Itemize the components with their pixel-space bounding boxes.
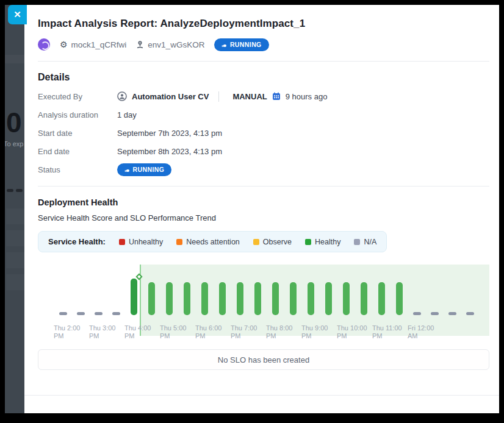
health-bar [254,282,261,315]
user-icon [117,91,127,101]
legend-swatch-icon [354,239,360,245]
environment-icon [136,41,144,49]
background-big-number: 0 [6,106,22,139]
status-badge: RUNNING [214,38,268,51]
legend-item: N/A [354,238,376,246]
background-band [5,55,24,63]
deployment-health-heading: Deployment Health [38,197,489,207]
detail-row-status: Status RUNNING [38,160,489,179]
x-axis-label: Fri 12:00AM [408,324,450,340]
legend-item: Needs attention [176,238,240,246]
health-bar [290,282,297,315]
legend-swatch-icon [253,239,259,245]
trigger-type: MANUAL [232,92,267,101]
mock-service-item: ⚙ mock1_qCRfwi [60,40,126,49]
no-data-dash [466,312,474,315]
background-row [6,230,24,246]
health-bar [184,282,190,315]
screenshot-frame: 0 To exp ✕ Impact Analysis Report: Analy… [0,0,504,423]
impact-analysis-drawer: Impact Analysis Report: AnalyzeDeploymen… [24,5,499,413]
gear-icon: ⚙ [60,40,68,49]
environment-item: env1_wGsKOR [136,40,204,49]
legend-item: Healthy [305,238,340,246]
running-icon [124,166,129,173]
health-bar [378,282,385,315]
background-dash [7,189,13,192]
report-meta-row: ⚙ mock1_qCRfwi env1_wGsKOR RUNNING [38,38,489,51]
details-heading: Details [38,72,489,83]
health-bar [343,282,350,315]
service-health-legend: Service Health: UnhealthyNeeds attention… [38,231,387,252]
mock-service-label: mock1_qCRfwi [71,40,127,49]
chart-subtitle: Service Health Score and SLO Performance… [38,213,489,222]
app-scene: 0 To exp ✕ Impact Analysis Report: Analy… [5,5,499,413]
background-page: 0 To exp [5,5,24,413]
executed-by-user: Automation User CV [132,92,209,101]
divider [218,91,219,102]
calendar-icon [272,92,281,101]
close-icon: ✕ [13,9,21,20]
health-bar [396,282,403,315]
background-partial-text: To exp [5,140,23,148]
divider [38,61,489,62]
health-bar [166,282,173,315]
running-icon [221,41,226,48]
health-bar [361,282,367,315]
no-data-dash [112,312,120,315]
health-bar [237,282,243,315]
legend-label: Needs attention [186,238,240,246]
duration-value: 1 day [117,110,137,119]
legend-label: Healthy [315,238,340,246]
background-row [6,274,24,290]
background-row [6,208,24,224]
legend-label: Unhealthy [129,238,163,246]
legend-item: Unhealthy [119,238,163,246]
background-dash [16,189,23,192]
detail-row-start-date: Start date September 7th 2023, 4:13 pm [38,124,489,142]
app-avatar-icon [38,38,50,51]
health-bar [219,282,226,315]
no-data-dash [59,312,67,315]
slo-empty-state: No SLO has been created [38,349,489,370]
no-data-dash [95,312,103,315]
legend-item: Observe [253,238,292,246]
divider [38,186,489,187]
detail-row-duration: Analysis duration 1 day [38,105,489,124]
executed-time: 9 hours ago [286,92,328,101]
no-data-dash [431,312,439,315]
legend-swatch-icon [176,239,182,245]
legend-swatch-icon [119,239,125,245]
no-data-dash [413,312,421,315]
start-date-value: September 7th 2023, 4:13 pm [117,129,222,138]
detail-row-executed-by: Executed By Automation User CV MANUAL [38,87,489,105]
health-bar [131,279,137,315]
page-title: Impact Analysis Report: AnalyzeDeploymen… [38,5,489,30]
health-bar [148,282,155,315]
environment-label: env1_wGsKOR [148,40,204,49]
background-row [6,252,24,268]
health-bar [201,282,208,315]
health-bar [325,282,332,315]
legend-label: N/A [364,238,376,246]
legend-swatch-icon [305,239,311,245]
details-table: Executed By Automation User CV MANUAL [38,87,489,179]
no-data-dash [77,312,85,315]
legend-label: Observe [263,238,292,246]
health-bar [272,282,279,315]
status-badge: RUNNING [117,163,171,176]
slo-message: No SLO has been created [218,355,309,364]
close-drawer-button[interactable]: ✕ [8,5,27,24]
legend-title: Service Health: [48,237,106,246]
health-bar [308,282,314,315]
drawer-footer-divider [24,395,499,396]
detail-row-end-date: End date September 8th 2023, 4:13 pm [38,142,489,160]
end-date-value: September 8th 2023, 4:13 pm [117,147,222,156]
no-data-dash [448,312,456,315]
legend-items: UnhealthyNeeds attentionObserveHealthyN/… [119,238,376,246]
health-chart: Thu 2:00PMThu 3:00PMThu 4:00PMThu 5:00PM… [38,260,489,341]
